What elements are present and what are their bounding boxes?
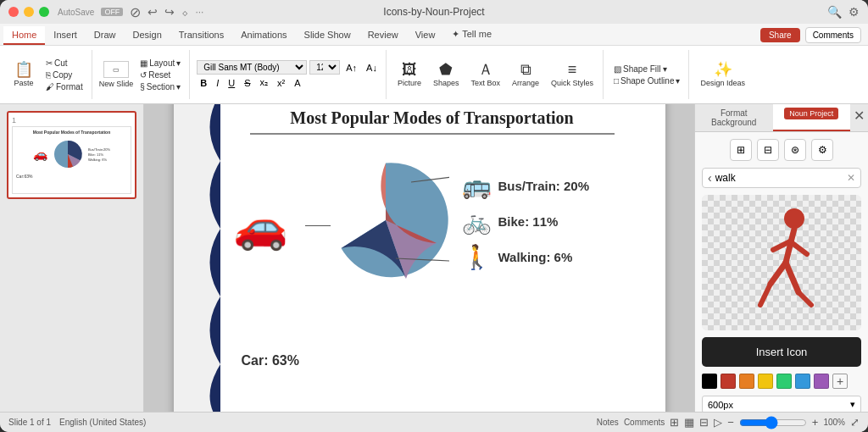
shapes-icon: ⬟	[439, 62, 453, 77]
font-increase-button[interactable]: A↑	[342, 62, 360, 74]
font-row-2: B I U S x₂ x² A	[197, 76, 381, 89]
arrange-button[interactable]: ⧉ Arrange	[508, 59, 543, 90]
notes-button[interactable]: Notes	[597, 418, 619, 427]
add-color-button[interactable]: +	[832, 374, 848, 389]
slide-canvas-area[interactable]: Most Popular Modes of Transportation 🚗	[144, 104, 694, 412]
view-normal-icon[interactable]: ⊞	[670, 416, 679, 429]
shape-outline-button[interactable]: □ Shape Outline ▾	[610, 75, 683, 86]
subscript-button[interactable]: x₂	[257, 76, 272, 89]
bold-button[interactable]: B	[197, 77, 210, 89]
insert-icon-button[interactable]: Insert Icon	[702, 337, 861, 367]
size-selector[interactable]: 600px ▾	[702, 396, 861, 412]
tab-animations[interactable]: Animations	[232, 26, 295, 45]
color-green[interactable]	[776, 374, 792, 389]
size-dropdown-icon: ▾	[850, 399, 855, 410]
view-slide-icon[interactable]: ▦	[684, 416, 694, 429]
slide-thumb-image: Most Popular Modes of Transportation 🚗 B…	[12, 126, 131, 194]
section-button[interactable]: § Section ▾	[136, 81, 184, 92]
bus-icon: 🚌	[462, 174, 492, 198]
format-background-tab[interactable]: Format Background	[695, 104, 773, 131]
color-blue[interactable]	[795, 374, 810, 389]
icon-nav-4[interactable]: ⚙	[811, 139, 833, 161]
paste-button[interactable]: 📋 Paste	[8, 59, 39, 90]
layout-button[interactable]: ▦ Layout ▾	[136, 58, 184, 69]
view-reading-icon[interactable]: ⊟	[699, 416, 709, 429]
slide-options: ▦ Layout ▾ ↺ Reset § Section ▾	[136, 58, 184, 92]
maximize-button[interactable]	[39, 7, 49, 17]
comments-button[interactable]: Comments	[805, 27, 861, 43]
color-purple[interactable]	[814, 374, 829, 389]
tab-design[interactable]: Design	[125, 26, 170, 45]
zoom-in-icon[interactable]: +	[812, 416, 819, 429]
font-decrease-button[interactable]: A↓	[363, 62, 381, 74]
quick-styles-icon: ≡	[568, 62, 577, 77]
close-panel-button[interactable]: ✕	[850, 104, 868, 131]
fit-icon[interactable]: ⤢	[850, 416, 860, 429]
back-arrow[interactable]: ‹	[708, 171, 712, 185]
view-slideshow-icon[interactable]: ▷	[714, 416, 722, 429]
italic-button[interactable]: I	[213, 77, 222, 89]
tab-slideshow[interactable]: Slide Show	[296, 26, 359, 45]
tab-home[interactable]: Home	[3, 26, 45, 45]
font-family-select[interactable]: Gill Sans MT (Body)	[197, 60, 307, 75]
shapes-button[interactable]: ⬟ Shapes	[429, 59, 464, 90]
search-clear-button[interactable]: ✕	[847, 172, 855, 184]
walking-icon: 🚶	[462, 246, 492, 269]
svg-line-8	[786, 263, 798, 292]
copy-button[interactable]: ⎘ Copy	[42, 69, 86, 80]
reset-button[interactable]: ↺ Reset	[136, 69, 184, 80]
bike-text: Bike: 11%	[498, 214, 559, 229]
title-bar: AutoSave OFF ⊘ ↩ ↪ ⬦ ··· Icons-by-Noun-P…	[0, 0, 868, 24]
new-slide-button[interactable]: New Slide	[99, 80, 134, 88]
superscript-button[interactable]: x²	[274, 77, 288, 89]
design-group: ✨ Design Ideas	[691, 50, 754, 99]
tab-draw[interactable]: Draw	[86, 26, 125, 45]
tab-transitions[interactable]: Transitions	[170, 26, 232, 45]
icon-nav-3[interactable]: ⊛	[784, 139, 806, 161]
language-indicator: English (United States)	[59, 418, 146, 427]
zoom-slider[interactable]	[739, 416, 807, 429]
picture-icon: 🖼	[402, 62, 417, 77]
ribbon: Home Insert Draw Design Transitions Anim…	[0, 24, 868, 104]
slides-panel: 1 Most Popular Modes of Transportation 🚗…	[0, 104, 144, 412]
icon-nav-2[interactable]: ⊟	[757, 139, 779, 161]
font-color-button[interactable]: A	[291, 77, 303, 89]
bike-label: 🚲 Bike: 11%	[462, 210, 590, 234]
quick-styles-button[interactable]: ≡ Quick Styles	[547, 59, 598, 90]
bus-label: 🚌 Bus/Train: 20%	[462, 174, 590, 198]
minimize-button[interactable]	[24, 7, 34, 17]
color-palette: +	[702, 374, 861, 389]
tab-review[interactable]: Review	[359, 26, 407, 45]
format-button[interactable]: 🖌 Format	[42, 81, 86, 92]
tab-tellme[interactable]: ✦ Tell me	[443, 25, 500, 45]
color-black[interactable]	[702, 374, 717, 389]
slide-thumbnail[interactable]: 1 Most Popular Modes of Transportation 🚗…	[7, 111, 136, 199]
noun-project-tab[interactable]: Noun Project	[773, 104, 851, 131]
comments-button[interactable]: Comments	[624, 418, 665, 427]
zoom-out-icon[interactable]: −	[727, 416, 734, 429]
font-size-select[interactable]: 12	[309, 60, 340, 75]
ribbon-tabs: Home Insert Draw Design Transitions Anim…	[0, 24, 868, 46]
text-box-button[interactable]: Ａ Text Box	[466, 59, 504, 90]
autosave-toggle[interactable]: OFF	[101, 8, 123, 16]
tab-insert[interactable]: Insert	[45, 26, 86, 45]
color-yellow[interactable]	[758, 374, 773, 389]
underline-button[interactable]: U	[225, 77, 238, 89]
picture-button[interactable]: 🖼 Picture	[393, 59, 426, 90]
color-orange[interactable]	[739, 374, 754, 389]
slide-title-area: Most Popular Modes of Transportation	[174, 104, 665, 140]
design-ideas-button[interactable]: ✨ Design Ideas	[696, 59, 749, 90]
share-button[interactable]: Share	[760, 28, 800, 42]
color-red[interactable]	[721, 374, 736, 389]
right-panel: Format Background Noun Project ✕ ⊞ ⊟ ⊛ ⚙…	[694, 104, 868, 412]
search-input[interactable]	[715, 172, 843, 184]
slide-preview: ▭	[103, 61, 129, 78]
cut-button[interactable]: ✂ Cut	[42, 58, 86, 69]
search-icon[interactable]: 🔍	[827, 5, 842, 19]
shape-fill-button[interactable]: ▧ Shape Fill ▾	[610, 64, 683, 75]
tab-view[interactable]: View	[407, 26, 444, 45]
close-button[interactable]	[8, 7, 19, 17]
share-icon[interactable]: ⚙	[849, 5, 860, 19]
strikethrough-button[interactable]: S	[241, 77, 253, 89]
icon-nav-1[interactable]: ⊞	[730, 139, 752, 161]
